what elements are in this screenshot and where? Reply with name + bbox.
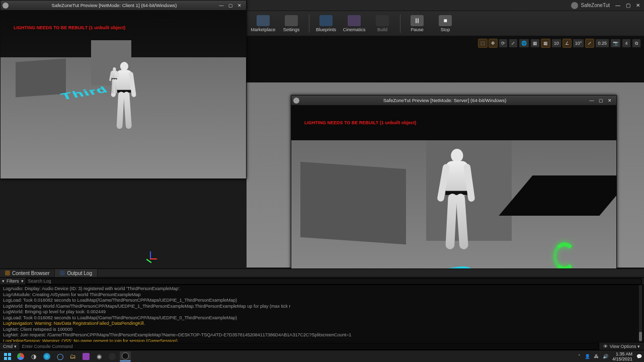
cinematics-button[interactable]: Cinematics <box>341 12 368 35</box>
angle-snap-toggle[interactable]: ∠ <box>562 39 572 48</box>
preview-server-title: SafeZoneTut Preview [NetMode: Server] (6… <box>302 98 587 103</box>
preview-client-viewport[interactable]: Third LIGHTING NEEDS TO BE REBUILT (1 un… <box>1 10 246 178</box>
player-start-marker <box>553 242 576 270</box>
filters-label[interactable]: Filters <box>7 279 19 284</box>
close-button[interactable]: ✕ <box>235 2 244 9</box>
settings-label: Settings <box>283 27 300 32</box>
output-log-scrollbar[interactable] <box>639 285 642 342</box>
bottom-panel-tabs: Content Browser Output Log <box>0 268 644 278</box>
viewport-widgets: ⬚ ✥ ⟳ ⤢ 🌐 ▦ ▦ 10 ∠ 10° ⤢ 0.25 📷 4 ⧉ <box>478 38 641 48</box>
maximize-button[interactable]: ▢ <box>623 2 633 10</box>
camera-speed-value[interactable]: 4 <box>622 39 631 48</box>
maximize-button[interactable]: ▢ <box>596 97 605 104</box>
tray-volume-icon[interactable]: 🔊 <box>603 354 608 359</box>
preview-window-client[interactable]: SafeZoneTut Preview [NetMode: Client 1] … <box>0 0 247 179</box>
log-icon <box>60 270 65 276</box>
editor-root: SafeZoneTut — ▢ ✕ Marketplace Settings B… <box>0 0 644 362</box>
viewport-maximize[interactable]: ⧉ <box>632 39 641 48</box>
preview-client-titlebar[interactable]: SafeZoneTut Preview [NetMode: Client 1] … <box>1 1 246 10</box>
folder-icon <box>5 270 10 276</box>
view-options[interactable]: 👁View Options ▾ <box>599 344 644 349</box>
taskbar-chrome[interactable] <box>15 351 26 361</box>
transform-scale[interactable]: ⤢ <box>509 39 518 48</box>
lighting-warning: LIGHTING NEEDS TO BE REBUILT (1 unbuilt … <box>14 25 125 30</box>
surface-snap[interactable]: ▦ <box>530 39 540 48</box>
lighting-warning: LIGHTING NEEDS TO BE REBUILT (1 unbuilt … <box>304 120 416 125</box>
maximize-button[interactable]: ▢ <box>226 2 235 9</box>
axis-gizmo <box>144 251 158 265</box>
build-button[interactable]: Build <box>369 12 396 35</box>
ue-logo-icon <box>293 98 299 104</box>
svg-rect-1 <box>8 353 11 356</box>
minimize-button[interactable]: — <box>613 2 623 10</box>
camera-speed-icon[interactable]: 📷 <box>610 39 621 48</box>
output-log[interactable]: LogAudio: Display: Audio Device (ID: 3) … <box>0 285 644 344</box>
taskbar-obs[interactable]: ◉ <box>94 351 105 361</box>
ue-logo-icon <box>3 3 9 9</box>
ue-logo-icon <box>571 2 578 9</box>
taskbar-app-purple[interactable] <box>80 351 92 361</box>
grid-snap-toggle[interactable]: ▦ <box>541 39 550 48</box>
blueprints-button[interactable]: Blueprints <box>312 12 340 35</box>
scale-snap-value[interactable]: 0.25 <box>595 39 609 48</box>
svg-rect-2 <box>4 357 7 360</box>
preview-server-titlebar[interactable]: SafeZoneTut Preview [NetMode: Server] (6… <box>291 96 616 105</box>
tray-network-icon[interactable]: 🖧 <box>594 354 599 359</box>
build-label: Build <box>377 27 387 32</box>
close-button[interactable]: ✕ <box>605 97 614 104</box>
project-title: SafeZoneTut <box>581 3 610 8</box>
search-log-input[interactable] <box>26 278 642 285</box>
blueprints-label: Blueprints <box>316 27 336 32</box>
transform-move[interactable]: ✥ <box>489 39 498 48</box>
stop-button[interactable]: ■Stop <box>432 12 459 35</box>
coord-space[interactable]: 🌐 <box>519 39 529 48</box>
start-button[interactable] <box>2 351 13 361</box>
cinematics-label: Cinematics <box>343 27 366 32</box>
transform-select[interactable]: ⬚ <box>478 39 488 48</box>
preview-client-title: SafeZoneTut Preview [NetMode: Client 1] … <box>12 3 217 8</box>
console-input[interactable] <box>20 343 599 350</box>
stop-label: Stop <box>441 27 450 32</box>
taskbar-cortana[interactable]: ◯ <box>54 351 65 361</box>
svg-rect-0 <box>4 353 7 356</box>
settings-button[interactable]: Settings <box>278 12 305 35</box>
toolbar-separator <box>309 15 309 33</box>
pause-button[interactable]: ⏸Pause <box>404 12 431 35</box>
grid-snap-value[interactable]: 10 <box>551 39 561 48</box>
tray-chevron-icon[interactable]: ˄ <box>578 354 581 359</box>
minimize-button[interactable]: — <box>217 2 226 9</box>
taskbar-steam[interactable]: ◑ <box>28 351 39 361</box>
taskbar-app-dark[interactable] <box>107 351 118 361</box>
main-toolbar: Marketplace Settings Blueprints Cinemati… <box>247 11 644 36</box>
taskbar-unreal[interactable] <box>120 351 131 361</box>
marketplace-label: Marketplace <box>251 27 275 32</box>
console-row: Cmd ▾ 👁View Options ▾ <box>0 342 644 350</box>
angle-snap-value[interactable]: 10° <box>573 39 585 48</box>
taskbar-edge[interactable] <box>41 351 52 361</box>
pause-label: Pause <box>411 27 424 32</box>
windows-taskbar: ◑ ◯ 🗂 ◉ ˄ 👤 🖧 🔊 1:35 AM 4/15/2021 💬 <box>0 350 644 362</box>
toolbar-separator <box>400 15 400 33</box>
taskbar-explorer[interactable]: 🗂 <box>67 351 78 361</box>
output-filter-row: ▾ Filters ▾ <box>0 278 644 285</box>
tray-people-icon[interactable]: 👤 <box>585 354 590 359</box>
svg-rect-3 <box>8 357 11 360</box>
scale-snap-toggle[interactable]: ⤢ <box>585 39 594 48</box>
cmd-label[interactable]: Cmd ▾ <box>0 344 20 349</box>
taskbar-clock[interactable]: 1:35 AM 4/15/2021 <box>612 351 632 361</box>
tab-output-log[interactable]: Output Log <box>55 269 97 277</box>
transform-rotate[interactable]: ⟳ <box>499 39 508 48</box>
close-button[interactable]: ✕ <box>633 2 643 10</box>
marketplace-button[interactable]: Marketplace <box>250 12 277 35</box>
tray-notifications-icon[interactable]: 💬 <box>636 354 642 359</box>
minimize-button[interactable]: — <box>587 97 596 104</box>
tab-content-browser[interactable]: Content Browser <box>0 269 55 277</box>
